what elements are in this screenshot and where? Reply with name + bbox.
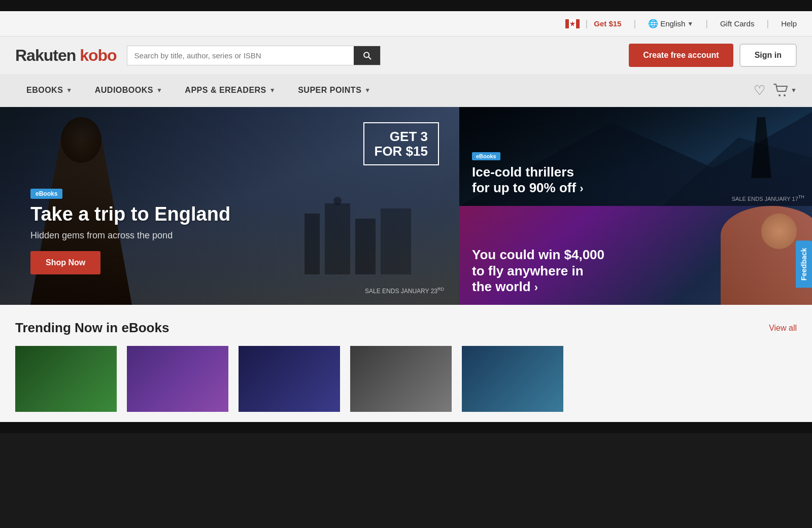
audiobooks-label: AUDIOBOOKS [95,86,153,95]
cart-icon [773,84,789,97]
hero-banner: GET 3 FOR $15 eBooks Take a trip to Engl… [0,107,459,305]
thriller-title: Ice-cold thrillersfor up to 90% off › [472,164,584,196]
book-card[interactable] [239,346,340,412]
hero-sale-ends: SALE ENDS JANUARY 23RD [365,287,444,295]
cart-chevron-icon: ▼ [791,87,797,94]
search-bar [127,46,381,65]
language-chevron-icon: ▼ [687,20,693,27]
top-banner-sale-ends: SALE ENDS JANUARY 17TH [732,194,804,202]
help-link[interactable]: Help [781,19,797,28]
thriller-badge: eBooks [472,152,500,160]
svg-rect-2 [576,19,580,28]
apps-chevron-icon: ▼ [269,87,276,94]
view-all-link[interactable]: View all [769,324,797,333]
search-icon [362,50,372,60]
utility-bar: | Get $15 | 🌐 English ▼ | Gift Cards | H… [0,11,812,37]
side-banner-win[interactable]: You could win $4,000to fly anywhere inth… [459,206,812,305]
nav-item-super-points[interactable]: SUPER POINTS ▼ [287,74,382,107]
trending-section: Trending Now in eBooks View all [0,305,812,422]
nav-item-ebooks[interactable]: eBOOKS ▼ [15,74,84,107]
wishlist-icon[interactable]: ♡ [754,83,765,98]
win-title: You could win $4,000to fly anywhere inth… [472,247,604,295]
search-button[interactable] [354,46,380,65]
feedback-tab[interactable]: Feedback [796,240,812,288]
sign-in-button[interactable]: Sign in [739,44,797,67]
bottom-black-bar [0,422,812,433]
deal-line1: GET 3 [375,129,428,144]
divider4: | [766,18,769,29]
svg-point-5 [784,94,786,96]
book-card[interactable] [462,346,563,412]
ebooks-label: eBOOKS [26,86,63,95]
audiobooks-chevron-icon: ▼ [156,87,162,94]
top-black-bar [0,0,812,11]
top-banner-content: eBooks Ice-cold thrillersfor up to 90% o… [472,151,584,196]
hero-sale-sup: RD [437,287,444,292]
hero-sale-text: SALE ENDS JANUARY 23 [365,288,437,295]
bottom-banner-content: You could win $4,000to fly anywhere inth… [472,247,604,295]
shop-now-button[interactable]: Shop Now [30,251,100,274]
logo[interactable]: Rakuten kobo [15,46,117,65]
trending-header: Trending Now in eBooks View all [15,320,797,336]
logo-rakuten: Rakuten [15,46,80,64]
svg-point-4 [779,94,781,96]
deal-line2: FOR $15 [375,144,428,159]
cart-area[interactable]: ▼ [773,84,797,97]
side-banners: eBooks Ice-cold thrillersfor up to 90% o… [459,107,812,305]
hero-content: eBooks Take a trip to England Hidden gem… [30,189,230,274]
navigation-bar: eBOOKS ▼ AUDIOBOOKS ▼ APPS & eREADERS ▼ … [0,74,812,107]
canada-flag-icon [565,19,580,28]
nav-items: eBOOKS ▼ AUDIOBOOKS ▼ APPS & eREADERS ▼ … [15,74,754,107]
side-banner-thrillers[interactable]: eBooks Ice-cold thrillersfor up to 90% o… [459,107,812,206]
logo-kobo: kobo [80,46,116,64]
get-money-link[interactable]: Get $15 [594,19,621,28]
create-account-button[interactable]: Create free account [629,44,733,67]
language-selector[interactable]: 🌐 English ▼ [648,19,693,28]
flag-get-area: | Get $15 [565,18,622,29]
hero-subtitle: Hidden gems from across the pond [30,230,230,241]
language-label: English [660,19,685,28]
super-points-label: SUPER POINTS [298,86,361,95]
book-card[interactable] [15,346,117,412]
site-header: Rakuten kobo Create free account Sign in [0,37,812,74]
hero-badge: eBooks [30,189,62,199]
top-sale-sup: TH [798,194,804,199]
globe-icon: 🌐 [648,19,658,28]
logo-text: Rakuten kobo [15,46,117,64]
hero-deal-text: GET 3 FOR $15 [363,122,439,165]
super-points-chevron-icon: ▼ [364,87,370,94]
svg-rect-1 [565,19,569,28]
search-input[interactable] [127,46,354,65]
divider3: | [705,18,708,29]
gift-cards-link[interactable]: Gift Cards [720,19,755,28]
main-content: GET 3 FOR $15 eBooks Take a trip to Engl… [0,107,812,305]
top-sale-text: SALE ENDS JANUARY 17 [732,196,798,202]
nav-right-actions: ♡ ▼ [754,83,797,98]
trending-title: Trending Now in eBooks [15,320,169,336]
header-actions: Create free account Sign in [629,44,797,67]
apps-ereaders-label: APPS & eREADERS [185,86,266,95]
feedback-label: Feedback [800,248,808,280]
nav-item-audiobooks[interactable]: AUDIOBOOKS ▼ [84,74,174,107]
book-card[interactable] [127,346,228,412]
divider: | [586,18,588,29]
nav-item-apps-ereaders[interactable]: APPS & eREADERS ▼ [174,74,287,107]
hero-title: Take a trip to England [30,204,230,225]
book-card[interactable] [350,346,452,412]
hero-deal-box: GET 3 FOR $15 [363,122,439,165]
divider2: | [633,18,636,29]
book-grid [15,346,797,412]
ebooks-chevron-icon: ▼ [66,87,72,94]
